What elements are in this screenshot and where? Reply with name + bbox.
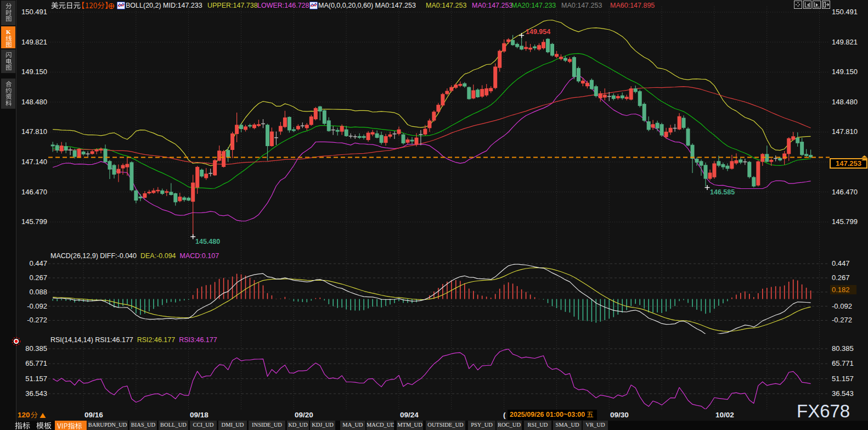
svg-text:145.480: 145.480	[195, 238, 220, 245]
svg-text:146.585: 146.585	[710, 188, 735, 196]
svg-text:149.954: 149.954	[526, 28, 550, 36]
